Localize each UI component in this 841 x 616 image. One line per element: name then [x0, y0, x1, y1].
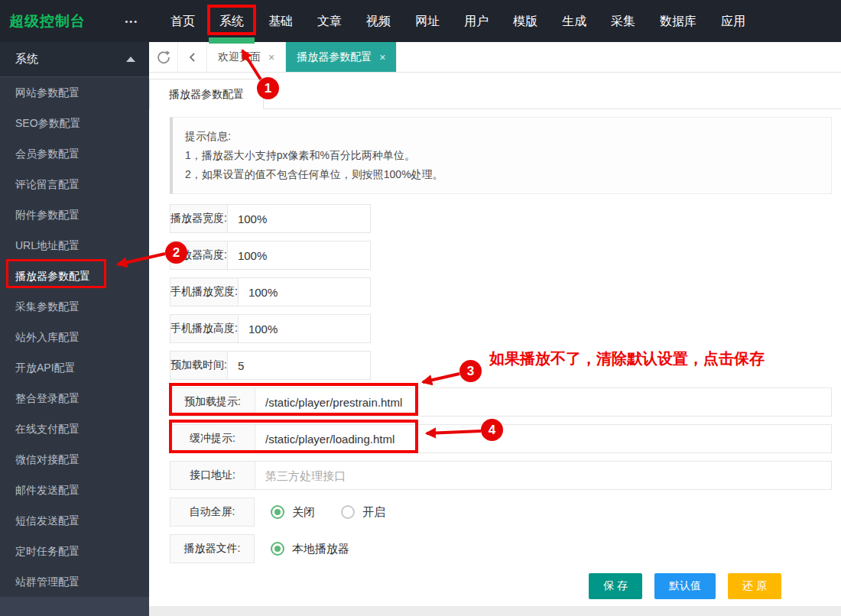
sidebar-item-sms[interactable]: 短信发送配置: [0, 505, 149, 536]
subtab-strip: 播放器参数配置: [149, 79, 841, 109]
radio-unselected-icon[interactable]: [341, 505, 355, 519]
sidebar-item-open-api[interactable]: 开放API配置: [0, 352, 149, 383]
horizontal-scrollbar[interactable]: [149, 606, 841, 616]
topnav-item-video[interactable]: 视频: [354, 0, 403, 42]
sidebar-item-site-group[interactable]: 站群管理配置: [0, 566, 149, 597]
topnav-item-url[interactable]: 网址: [403, 0, 452, 42]
radio-selected-icon[interactable]: [271, 505, 284, 519]
back-button[interactable]: [178, 42, 207, 72]
topnav-item-template[interactable]: 模版: [501, 0, 550, 42]
sidebar-item-site-params[interactable]: 网站参数配置: [0, 77, 149, 108]
hint-box: 提示信息: 1，播放器大小支持px像素和%百分比两种单位。 2，如果设置的值不包…: [170, 117, 832, 194]
topnav-item-user[interactable]: 用户: [452, 0, 501, 42]
logo-block: 超级控制台 •••: [0, 0, 149, 42]
tab-welcome-label: 欢迎页面: [218, 50, 261, 64]
sidebar-item-player-params[interactable]: 播放器参数配置: [0, 261, 149, 291]
field-row-mobile-width: 手机播放宽度:: [170, 277, 371, 306]
sidebar-item-wechat[interactable]: 微信对接配置: [0, 444, 149, 475]
topnav-item-basic[interactable]: 基础: [256, 0, 305, 42]
topnav-item-database[interactable]: 数据库: [648, 0, 709, 42]
active-nav-underline: [209, 37, 255, 44]
content-area: 欢迎页面 × 播放器参数配置 × 播放器参数配置 提示信息: 1，播放器大小支持…: [149, 42, 841, 616]
document-tabbar: 欢迎页面 × 播放器参数配置 ×: [149, 42, 841, 73]
field-row-api-address: 接口地址:: [170, 461, 832, 490]
restore-button[interactable]: 还 原: [728, 573, 781, 599]
hint-title: 提示信息:: [185, 127, 819, 146]
radio-option-on[interactable]: 开启: [341, 505, 385, 520]
field-row-mobile-height: 手机播放高度:: [170, 314, 371, 343]
radio-option-off[interactable]: 关闭: [271, 505, 315, 520]
preload-time-input[interactable]: [228, 352, 400, 379]
field-row-player-width: 播放器宽度:: [170, 204, 371, 233]
field-label: 预加载提示:: [170, 388, 255, 416]
sidebar-item-email[interactable]: 邮件发送配置: [0, 475, 149, 505]
topnav-item-app[interactable]: 应用: [709, 0, 758, 42]
field-label: 手机播放宽度:: [170, 278, 239, 306]
app-logo: 超级控制台: [9, 11, 86, 31]
field-label: 手机播放高度:: [170, 315, 239, 342]
field-row-preload-hint: 预加载提示:: [170, 387, 832, 417]
sidebar-item-url-config[interactable]: URL地址配置: [0, 230, 149, 261]
radio-option-local-player[interactable]: 本地播放器: [271, 542, 349, 556]
sidebar-group-label: 系统: [15, 52, 38, 66]
field-row-buffer-hint: 缓冲提示:: [170, 424, 832, 453]
sidebar-item-comment-params[interactable]: 评论留言配置: [0, 169, 149, 199]
menu-dots-icon[interactable]: •••: [125, 17, 138, 26]
sidebar-footer: [0, 597, 149, 616]
default-value-button[interactable]: 默认值: [654, 573, 716, 599]
player-width-input[interactable]: [228, 205, 400, 232]
mobile-height-input[interactable]: [239, 315, 411, 342]
topnav-item-home[interactable]: 首页: [158, 0, 207, 42]
chevron-left-icon: [187, 51, 199, 63]
radio-row-auto-fullscreen: 自动全屏: 关闭 开启: [170, 498, 832, 527]
api-address-input[interactable]: [255, 462, 831, 489]
sidebar-item-external-storage[interactable]: 站外入库配置: [0, 322, 149, 352]
topbar: 超级控制台 ••• 首页 系统 基础 文章 视频 网址 用户 模版 生成 采集 …: [0, 0, 841, 42]
field-label: 预加载时间:: [170, 352, 228, 379]
buffer-hint-input[interactable]: [255, 425, 831, 452]
subtab-player-config[interactable]: 播放器参数配置: [149, 79, 264, 109]
topnav-item-system[interactable]: 系统: [207, 0, 256, 42]
admin-console-page: 超级控制台 ••• 首页 系统 基础 文章 视频 网址 用户 模版 生成 采集 …: [0, 0, 841, 616]
top-navigation: 首页 系统 基础 文章 视频 网址 用户 模版 生成 采集 数据库 应用: [158, 0, 758, 42]
field-label: 自动全屏:: [170, 498, 255, 527]
hint-line-2: 2，如果设置的值不包含任何单位，则按照100%处理。: [185, 165, 819, 184]
tab-player-config[interactable]: 播放器参数配置 ×: [286, 42, 397, 72]
topnav-item-collect[interactable]: 采集: [599, 0, 648, 42]
tab-player-config-label: 播放器参数配置: [297, 50, 372, 64]
field-row-preload-time: 预加载时间:: [170, 351, 371, 380]
tab-welcome[interactable]: 欢迎页面 ×: [207, 42, 286, 72]
field-label: 接口地址:: [170, 462, 255, 489]
sidebar-item-scheduled-task[interactable]: 定时任务配置: [0, 536, 149, 566]
sidebar-item-integrated-login[interactable]: 整合登录配置: [0, 383, 149, 413]
field-label: 播放器文件:: [170, 534, 255, 563]
radio-group: 本地播放器: [271, 542, 375, 556]
close-icon[interactable]: ×: [268, 51, 274, 63]
field-row-player-height: 播放器高度:: [170, 241, 371, 270]
field-label: 播放器高度:: [170, 242, 228, 269]
preload-hint-input[interactable]: [255, 388, 831, 416]
hint-line-1: 1，播放器大小支持px像素和%百分比两种单位。: [185, 146, 819, 165]
mobile-width-input[interactable]: [239, 278, 411, 306]
collapse-up-icon: [126, 57, 135, 62]
sidebar-item-collect-params[interactable]: 采集参数配置: [0, 291, 149, 322]
radio-row-player-file: 播放器文件: 本地播放器: [170, 534, 832, 563]
field-label: 缓冲提示:: [170, 425, 255, 452]
sidebar-item-online-payment[interactable]: 在线支付配置: [0, 413, 149, 444]
sidebar-item-attachment-params[interactable]: 附件参数配置: [0, 199, 149, 230]
refresh-icon: [156, 50, 171, 65]
player-height-input[interactable]: [228, 242, 400, 269]
radio-selected-icon[interactable]: [271, 542, 284, 556]
form-buttons: 保 存 默认值 还 原: [170, 573, 781, 599]
sidebar-item-seo-params[interactable]: SEO参数配置: [0, 108, 149, 138]
save-button[interactable]: 保 存: [589, 573, 642, 599]
topnav-item-generate[interactable]: 生成: [550, 0, 599, 42]
topnav-item-article[interactable]: 文章: [305, 0, 354, 42]
player-config-form: 提示信息: 1，播放器大小支持px像素和%百分比两种单位。 2，如果设置的值不包…: [149, 117, 841, 599]
sidebar: 系统 网站参数配置 SEO参数配置 会员参数配置 评论留言配置 附件参数配置 U…: [0, 42, 149, 616]
sidebar-item-member-params[interactable]: 会员参数配置: [0, 138, 149, 169]
radio-group: 关闭 开启: [271, 505, 411, 520]
refresh-button[interactable]: [149, 42, 178, 72]
close-icon[interactable]: ×: [379, 51, 385, 63]
sidebar-group-system[interactable]: 系统: [0, 42, 149, 77]
